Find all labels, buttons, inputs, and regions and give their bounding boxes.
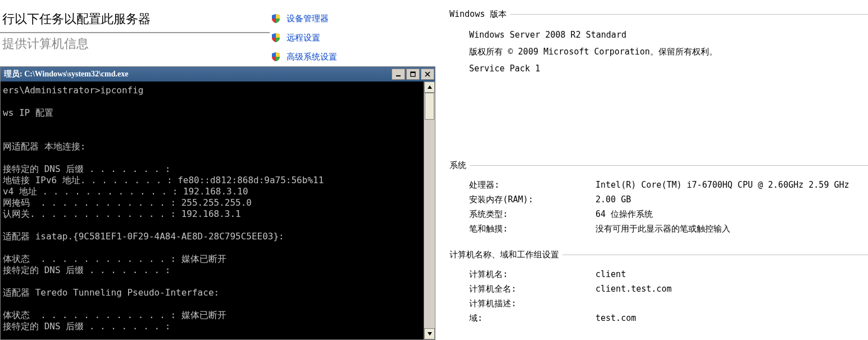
windows-service-pack: Service Pack 1 (469, 60, 868, 77)
server-config-subtitle: 提供计算机信息 (0, 33, 270, 52)
link-device-manager-label[interactable]: 设备管理器 (287, 13, 329, 24)
computer-fullname-label: 计算机全名: (469, 282, 596, 296)
group-windows-edition-label: Windows 版本 (449, 9, 507, 20)
computer-desc-value (596, 296, 868, 311)
maximize-button[interactable] (406, 69, 420, 80)
system-type-label: 系统类型: (469, 207, 596, 221)
console-title: 理员: C:\Windows\system32\cmd.exe (4, 69, 391, 79)
minimize-button[interactable] (392, 69, 405, 80)
shield-icon (271, 52, 281, 62)
system-type-value: 64 位操作系统 (596, 207, 868, 221)
ram-value: 2.00 GB (596, 192, 868, 207)
computer-desc-label: 计算机描述: (469, 296, 596, 311)
console-titlebar[interactable]: 理员: C:\Windows\system32\cmd.exe (1, 67, 435, 81)
link-advanced-settings-label[interactable]: 高级系统设置 (287, 52, 337, 62)
shield-icon (271, 33, 281, 43)
computer-fullname-value: client.test.com (596, 282, 868, 296)
system-links-panel: 设备管理器 远程设置 高级系统设置 (271, 9, 337, 66)
computer-domain-value: test.com (596, 311, 868, 325)
link-advanced-settings[interactable]: 高级系统设置 (271, 47, 337, 66)
divider (562, 255, 868, 255)
pen-touch-value: 没有可用于此显示器的笔或触控输入 (596, 221, 868, 236)
computer-domain-label: 域: (469, 311, 596, 325)
scrollbar[interactable] (424, 81, 435, 339)
group-computer-name-label: 计算机名称、域和工作组设置 (449, 250, 559, 260)
divider (510, 14, 868, 15)
divider (470, 165, 868, 166)
scroll-up-button[interactable] (424, 81, 435, 93)
svg-marker-6 (428, 332, 432, 336)
system-properties-panel: Windows 版本 Windows Server 2008 R2 Standa… (449, 6, 868, 336)
group-windows-edition: Windows 版本 (449, 9, 868, 20)
group-system-label: 系统 (449, 160, 466, 171)
group-computer-name: 计算机名称、域和工作组设置 (449, 250, 868, 260)
windows-edition: Windows Server 2008 R2 Standard (469, 26, 868, 43)
group-system: 系统 (449, 160, 868, 171)
console-output[interactable]: ers\Administrator>ipconfig ws IP 配置 网适配器… (1, 81, 424, 339)
svg-marker-5 (428, 85, 432, 89)
link-remote-settings[interactable]: 远程设置 (271, 28, 337, 47)
server-config-title: 行以下任务以配置此服务器 (0, 8, 270, 33)
computer-name-value: client (596, 267, 868, 282)
console-window: 理员: C:\Windows\system32\cmd.exe ers\Admi… (0, 66, 435, 340)
scroll-down-button[interactable] (424, 328, 435, 339)
cpu-label: 处理器: (469, 178, 596, 192)
computer-name-label: 计算机名: (469, 267, 596, 282)
link-remote-settings-label[interactable]: 远程设置 (287, 33, 320, 43)
pen-touch-label: 笔和触摸: (469, 221, 596, 236)
ram-label: 安装内存(RAM): (469, 192, 596, 207)
server-config-header: 行以下任务以配置此服务器 提供计算机信息 (0, 8, 270, 52)
shield-icon (271, 13, 281, 24)
close-button[interactable] (421, 69, 434, 80)
windows-copyright: 版权所有 © 2009 Microsoft Corporation。保留所有权利… (469, 43, 868, 60)
cpu-value: Intel(R) Core(TM) i7-6700HQ CPU @ 2.60GH… (596, 178, 868, 192)
scroll-thumb[interactable] (425, 93, 434, 120)
link-device-manager[interactable]: 设备管理器 (271, 9, 337, 28)
console-client: ers\Administrator>ipconfig ws IP 配置 网适配器… (1, 81, 435, 339)
